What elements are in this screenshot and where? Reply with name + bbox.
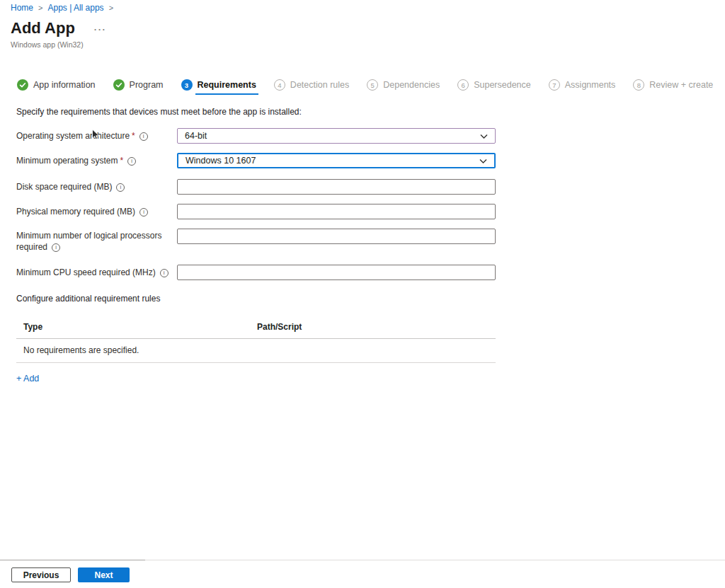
dropdown-selected-value: 64-bit (185, 131, 207, 141)
column-header-path-script: Path/Script (257, 322, 302, 332)
field-label-text: Disk space required (MB) (16, 182, 112, 192)
dropdown-selected-value: Windows 10 1607 (185, 156, 256, 166)
field-label: Physical memory required (MB)i (16, 204, 177, 219)
wizard-step-label: Requirements (198, 80, 256, 90)
breadcrumb-link-all-apps[interactable]: Apps | All apps (47, 3, 103, 13)
add-requirement-link[interactable]: + Add (16, 374, 39, 384)
form-row-os-architecture: Operating system architecture*i 64-bit (16, 128, 496, 144)
logical-processors-input[interactable] (177, 229, 496, 244)
step-number-badge: 4 (274, 79, 285, 91)
more-options-button[interactable]: ··· (94, 24, 107, 35)
wizard-step-program[interactable]: Program (113, 79, 164, 91)
form-row-physical-memory: Physical memory required (MB)i (16, 204, 496, 219)
physical-memory-input[interactable] (177, 204, 496, 219)
field-label-text: Physical memory required (MB) (16, 207, 135, 217)
breadcrumb: Home>Apps | All apps> (11, 3, 118, 13)
previous-button[interactable]: Previous (11, 567, 71, 582)
form-row-logical-processors: Minimum number of logical processors req… (16, 229, 496, 253)
breadcrumb-separator: > (38, 4, 42, 12)
wizard-step-detection-rules[interactable]: 4 Detection rules (274, 79, 349, 91)
check-icon (17, 79, 28, 91)
wizard-step-supersedence[interactable]: 6 Supersedence (457, 79, 531, 91)
table-row-divider (16, 362, 496, 363)
requirements-table: Type Path/Script No requirements are spe… (16, 321, 496, 384)
breadcrumb-link-home[interactable]: Home (11, 3, 33, 13)
form-row-cpu-speed: Minimum CPU speed required (MHz)i (16, 265, 496, 280)
disk-space-input[interactable] (177, 179, 496, 195)
info-icon[interactable]: i (116, 183, 125, 192)
breadcrumb-separator: > (109, 4, 113, 12)
wizard-step-dependencies[interactable]: 5 Dependencies (367, 79, 440, 91)
required-marker: * (132, 131, 135, 141)
column-header-type: Type (23, 322, 257, 332)
field-label-text: Minimum number of logical processors req… (16, 231, 161, 252)
wizard-step-label: Supersedence (474, 80, 531, 90)
page-subtitle: Windows app (Win32) (11, 40, 84, 49)
field-label: Operating system architecture*i (16, 128, 177, 144)
wizard-step-label: Detection rules (290, 80, 349, 90)
wizard-step-label: Assignments (565, 80, 616, 90)
wizard-step-label: Review + create (649, 80, 713, 90)
step-number-badge: 6 (457, 79, 469, 91)
field-label: Minimum operating system*i (16, 153, 177, 168)
chevron-down-icon (480, 134, 488, 139)
table-empty-message: No requirements are specified. (16, 339, 496, 362)
field-label: Minimum number of logical processors req… (16, 229, 177, 253)
cpu-speed-input[interactable] (177, 265, 496, 280)
wizard-step-assignments[interactable]: 7 Assignments (549, 79, 616, 91)
minimum-os-dropdown[interactable]: Windows 10 1607 (177, 153, 496, 168)
next-button[interactable]: Next (78, 567, 130, 582)
info-icon[interactable]: i (127, 157, 136, 166)
step-number-badge: 8 (633, 79, 644, 91)
check-icon (113, 79, 125, 91)
page-title: Add App (11, 19, 75, 38)
wizard-step-label: App information (33, 80, 96, 90)
step-number-badge: 5 (367, 79, 378, 91)
footer-divider (0, 560, 145, 560)
field-label: Minimum CPU speed required (MHz)i (16, 265, 177, 280)
chevron-down-icon (479, 158, 487, 164)
field-label: Disk space required (MB)i (16, 179, 177, 195)
info-icon[interactable]: i (139, 208, 148, 217)
info-icon[interactable]: i (139, 132, 148, 141)
field-label-text: Minimum CPU speed required (MHz) (16, 267, 156, 277)
required-marker: * (120, 156, 123, 166)
step-number-badge: 7 (549, 79, 560, 91)
form-row-minimum-os: Minimum operating system*i Windows 10 16… (16, 153, 496, 168)
wizard-step-requirements[interactable]: 3 Requirements (181, 79, 256, 91)
wizard-steps: App information Program 3 Requirements 4… (17, 79, 713, 91)
wizard-step-label: Dependencies (383, 80, 440, 90)
wizard-step-review-create[interactable]: 8 Review + create (633, 79, 713, 91)
additional-rules-heading: Configure additional requirement rules (16, 294, 160, 304)
wizard-step-app-information[interactable]: App information (17, 79, 96, 91)
info-icon[interactable]: i (52, 243, 60, 252)
footer-divider (145, 560, 725, 560)
os-architecture-dropdown[interactable]: 64-bit (177, 128, 496, 144)
form-row-disk-space: Disk space required (MB)i (16, 179, 496, 195)
field-label-text: Minimum operating system (16, 156, 118, 166)
form-intro-text: Specify the requirements that devices mu… (16, 107, 302, 117)
step-number-badge: 3 (181, 79, 193, 91)
wizard-step-label: Program (130, 80, 164, 90)
table-header-row: Type Path/Script (16, 321, 496, 338)
field-label-text: Operating system architecture (16, 131, 130, 141)
info-icon[interactable]: i (160, 269, 169, 277)
